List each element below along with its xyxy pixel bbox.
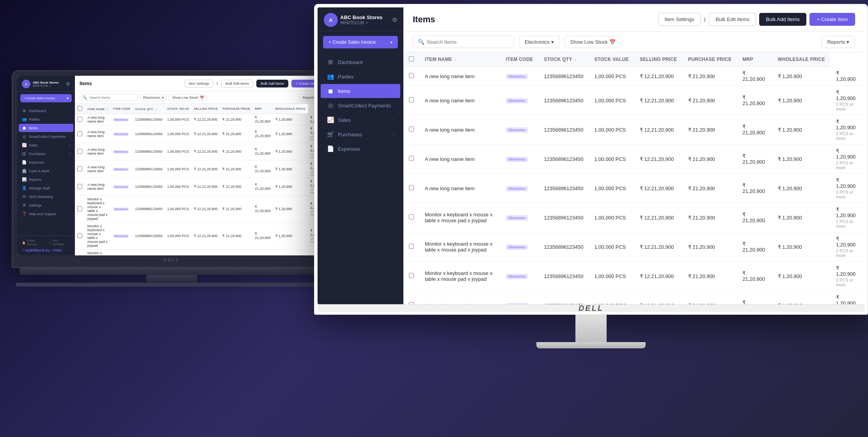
desktop-search-box[interactable]: 🔍 [413, 36, 514, 48]
row-purchase-price: ₹ 21,20,900 [252, 114, 273, 125]
row-purchase-price: ₹ 21,20,900 [737, 291, 772, 305]
laptop-expenses-label: Expenses [29, 161, 44, 164]
row-mrp: ₹ 1,20,900 [772, 203, 831, 232]
row-select-checkbox[interactable] [77, 184, 82, 189]
laptop-sidebar-item-parties[interactable]: 👥 Parties [19, 115, 73, 123]
row-mrp: ₹ 1,20,900 [772, 86, 831, 115]
desktop-bezel: A ABC Book Stores 9658751238 ✓ ⚙ + Creat… [314, 4, 868, 315]
row-select-checkbox[interactable] [77, 206, 82, 211]
desktop-item-settings-btn[interactable]: Item Settings [658, 13, 701, 26]
row-stock-value: ₹ 12,21,20,900 [634, 203, 683, 232]
row-select-checkbox[interactable] [409, 127, 414, 132]
row-wholesale-value: ₹ 1,20,900 [836, 177, 859, 189]
row-wholesale-more: 2 PCS or more [836, 248, 859, 258]
desktop-category-select[interactable]: Electronics ▾ [519, 36, 560, 48]
row-stock-qty: 1,00,000 PCS [165, 161, 191, 178]
laptop-category-select[interactable]: Electronics ▾ [140, 94, 167, 101]
row-select-checkbox[interactable] [77, 117, 82, 122]
desktop-reports-dropdown[interactable]: Reports ▾ [821, 36, 855, 48]
row-select-checkbox[interactable] [77, 149, 82, 154]
desktop-sidebar-item-dashboard[interactable]: ⊞ Dashboard [321, 55, 400, 69]
laptop-sidebar-item-settings[interactable]: ⚙ Settings [19, 201, 73, 209]
laptop-sidebar-item-dashboard[interactable]: ⊞ Dashboard [19, 107, 73, 115]
desktop-select-all-checkbox[interactable] [409, 56, 414, 61]
desktop-bulk-add-btn[interactable]: Bulk Add Items [759, 13, 806, 26]
row-checkbox [403, 262, 419, 291]
row-select-checkbox[interactable] [409, 302, 414, 304]
laptop-table-container: ITEM NAME ↕ ITEM CODE STOCK QTY ↕ STOCK … [75, 104, 326, 255]
desktop-sidebar-item-smartcollect[interactable]: ◎ SmartCollect Payments [321, 98, 400, 112]
desktop-toolbar: 🔍 Electronics ▾ Show Low Stock 📅 Reports… [403, 32, 864, 52]
laptop-search-input[interactable] [89, 96, 135, 100]
laptop-purchases-icon: 🛒 [22, 152, 27, 156]
row-mrp: ₹ 1,20,900 [772, 115, 831, 144]
desktop-sales-icon: 📈 [327, 116, 334, 123]
laptop-bulk-edit-btn[interactable]: Bulk Edit Items [221, 80, 253, 87]
laptop-calendar-icon: 📅 [200, 96, 204, 100]
desktop-sidebar-item-expenses[interactable]: 📄 Expenses [321, 142, 400, 156]
laptop-sidebar-item-sms[interactable]: ✉ SMS Marketing [19, 193, 73, 201]
laptop-search-box[interactable]: 🔍 [80, 94, 138, 101]
row-category: Electronics [501, 203, 538, 232]
desktop-items-icon: ◼ [327, 87, 334, 95]
row-category-badge: Electronics [506, 74, 528, 79]
laptop-sidebar-item-purchases[interactable]: 🛒 Purchases › [19, 150, 73, 158]
laptop-cash-label: Cash & Bank [29, 169, 50, 173]
row-category-badge: Electronics [113, 185, 129, 189]
desktop-sidebar-nav: ⊞ Dashboard 👥 Parties ◼ Items ◎ SmartCol… [318, 53, 403, 304]
laptop-sidebar-item-help[interactable]: ❓ Help and Support [19, 210, 73, 218]
laptop-items-label: Items [29, 126, 37, 130]
laptop-sidebar-item-expenses[interactable]: 📄 Expenses [19, 158, 73, 166]
desktop-sidebar-item-sales[interactable]: 📈 Sales › [321, 113, 400, 127]
desktop-calendar-icon: 📅 [609, 39, 616, 45]
row-select-checkbox[interactable] [77, 166, 82, 171]
row-category: Electronics [111, 196, 133, 223]
desktop-sidebar-item-parties[interactable]: 👥 Parties [321, 70, 400, 84]
desktop-gear-icon[interactable]: ⚙ [392, 16, 397, 23]
laptop-iso-icon: ✓ [49, 241, 51, 244]
row-select-checkbox[interactable] [409, 156, 414, 161]
laptop-item-settings-btn[interactable]: Item Settings [185, 80, 214, 87]
laptop-bezel-bottom: DELL [17, 255, 326, 264]
desktop-show-low-stock-btn[interactable]: Show Low Stock 📅 [564, 36, 621, 48]
desktop-sidebar-item-items[interactable]: ◼ Items [321, 84, 400, 98]
laptop-show-low-stock-btn[interactable]: Show Low Stock 📅 [169, 94, 207, 101]
laptop-purchases-chevron: › [69, 152, 70, 156]
laptop-sidebar-item-smartcollect[interactable]: ◎ SmartCollect Payments [19, 132, 73, 141]
row-category: Electronics [501, 115, 538, 144]
laptop-gear-icon[interactable]: ⚙ [66, 81, 70, 87]
desktop-create-invoice-btn[interactable]: + Create Sales Invoice ▾ [323, 36, 398, 48]
desktop-create-invoice-label: + Create Sales Invoice [328, 39, 376, 45]
row-selling-price: ₹ 21,20,900 [220, 114, 252, 125]
laptop-sidebar-item-manage-staff[interactable]: 👤 Manage Staff [19, 184, 73, 192]
row-item-code: 12356896123450 [133, 125, 165, 143]
desktop-th-stock-value: STOCK VALUE [589, 52, 634, 67]
laptop-sidebar-item-items[interactable]: ◼ Items [19, 124, 73, 132]
row-select-checkbox[interactable] [77, 233, 82, 238]
laptop-create-invoice-btn[interactable]: + Create Sales Invoice ▾ [20, 94, 72, 102]
row-stock-value: ₹ 12,21,20,900 [192, 250, 220, 256]
table-row: A new long name item Electronics 1235689… [75, 125, 326, 143]
laptop-sidebar-item-sales[interactable]: 📈 Sales › [19, 141, 73, 149]
laptop-sidebar-item-cash[interactable]: 🏦 Cash & Bank [19, 167, 73, 175]
row-select-checkbox[interactable] [409, 97, 414, 102]
row-select-checkbox[interactable] [409, 185, 414, 190]
laptop-th-selling-price: SELLING PRICE [192, 104, 220, 114]
desktop-bulk-edit-btn[interactable]: Bulk Edit Items [709, 13, 756, 26]
laptop-select-all-checkbox[interactable] [77, 106, 82, 111]
desktop-create-item-btn[interactable]: + Create Item [809, 13, 855, 26]
row-stock-value: ₹ 12,21,20,900 [634, 291, 683, 305]
row-checkbox [403, 232, 419, 262]
table-row: A new long name item Electronics 1235689… [403, 174, 864, 203]
row-select-checkbox[interactable] [409, 244, 414, 249]
desktop-sidebar-item-purchases[interactable]: 🛒 Purchases › [321, 127, 400, 141]
laptop-bulk-add-btn[interactable]: Bulk Add Items [256, 80, 288, 87]
laptop-sidebar-item-reports[interactable]: 📊 Reports [19, 175, 73, 184]
row-select-checkbox[interactable] [409, 73, 414, 78]
row-purchase-price: ₹ 21,20,900 [252, 250, 273, 256]
row-select-checkbox[interactable] [409, 273, 414, 278]
row-purchase-price: ₹ 21,20,900 [737, 203, 772, 232]
row-select-checkbox[interactable] [409, 214, 414, 219]
desktop-search-input[interactable] [427, 39, 509, 45]
row-select-checkbox[interactable] [77, 131, 82, 136]
